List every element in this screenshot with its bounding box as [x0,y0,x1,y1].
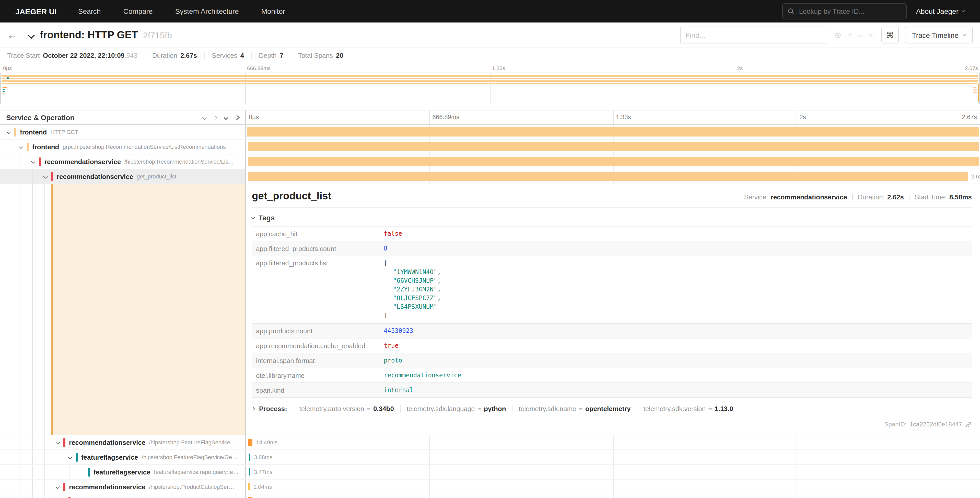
span-row-timeline[interactable]: 14.49ms [246,435,980,449]
span-row-label[interactable]: featureflagservice featureflagservice.re… [0,465,246,479]
span-bar[interactable] [248,157,979,166]
nav-item-system-architecture[interactable]: System Architecture [164,7,250,15]
span-row-timeline[interactable]: 3.47ms [246,465,980,479]
brand-link[interactable]: JAEGER UI [0,7,67,16]
trace-collapse-chevron[interactable] [29,32,34,38]
expand-one-icon[interactable] [213,116,216,119]
span-operation-name: /hipstershop.FeatureFlagService… [149,439,236,445]
minimap-span-mark [6,77,9,79]
span-children-toggle[interactable] [54,485,61,488]
span-row-label[interactable]: frontend grpc.hipstershop.Recommendation… [0,140,246,154]
trace-title: frontend: HTTP GET 2f715fb [40,29,172,41]
nav-item-monitor[interactable]: Monitor [250,7,296,15]
span-children-toggle[interactable] [42,175,49,178]
detail-start-time: Start Time:8.58ms [915,193,972,201]
total-spans-stat: Total Spans 20 [291,51,350,59]
tag-key: app.filtered_products.count [252,242,380,255]
span-row-selected: recommendationservice get_product_list 2… [0,169,980,184]
span-row-timeline[interactable]: 1.04ms [246,480,980,494]
about-jaeger-menu[interactable]: About Jaeger [916,7,965,15]
timeline-tick: 2.67s [962,113,977,121]
minimap-span-mark [2,80,978,82]
span-row-timeline[interactable] [246,125,980,139]
span-operation-name: /hipstershop.RecommendationService/Lis… [124,158,234,164]
span-row-label[interactable]: recommendationservice get_product_list [0,169,246,184]
depth-stat: Depth 7 [251,51,291,59]
nav-item-compare[interactable]: Compare [112,7,164,15]
detail-service: Service:recommendationservice [744,193,847,201]
minimap-canvas[interactable] [0,73,980,104]
service-color-strip [64,482,65,491]
trace-summary-bar: Trace Start October 22 2022, 22:10:09.54… [0,48,980,62]
span-bar[interactable] [247,127,979,137]
span-row-timeline[interactable]: 3.68ms [246,450,980,464]
span-bar[interactable] [248,439,252,446]
trace-lookup [782,3,907,19]
span-bar[interactable] [249,453,250,461]
tag-key: span.kind [252,383,380,397]
trace-view-selector[interactable]: Trace Timeline [905,27,973,43]
span-service-name: recommendationservice [69,439,145,446]
tag-value: 8 [380,242,391,255]
span-row-label[interactable]: recommendationservice /hipstershop.Recom… [0,155,246,169]
tag-value: recommendationservice [380,369,465,382]
span-operation-name: featureflagservice.repo.query:fe… [154,469,239,475]
span-bar[interactable] [248,172,968,181]
span-row-timeline[interactable] [246,155,980,169]
selected-span-highlight[interactable] [53,184,245,434]
collapse-one-icon[interactable] [203,116,206,119]
span-children-toggle[interactable] [18,145,24,148]
prev-result-icon[interactable] [848,34,851,37]
span-service-name: recommendationservice [57,172,133,180]
next-result-icon[interactable] [859,34,862,37]
span-row-timeline[interactable]: 2.62s [246,169,980,184]
span-children-toggle[interactable] [5,130,12,134]
focus-result-icon[interactable] [834,32,841,38]
span-duration-label: 3.68ms [254,454,272,460]
span-bar[interactable] [248,483,250,490]
trace-lookup-input[interactable] [782,3,907,19]
span-children-toggle[interactable] [54,441,61,444]
span-row-label[interactable]: recommendationservice /hipstershop.Produ… [0,480,246,494]
span-row: frontend grpc.hipstershop.Recommendation… [0,140,980,155]
span-bar[interactable] [248,142,979,152]
span-detail-meta: Service:recommendationservice Duration:2… [744,193,972,201]
minimap-span-mark [3,89,5,90]
tags-table: app.cache_hit false app.filtered_product… [252,226,972,398]
span-row-label[interactable]: recommendationservice /hipstershop.Featu… [0,435,246,449]
deep-link-icon[interactable] [965,421,972,428]
process-tag: telemetry.sdk.language=python [400,405,512,413]
minimap-span-mark [2,75,978,77]
column-separator [613,110,613,124]
service-color-strip [88,468,90,476]
span-children-toggle[interactable] [67,456,73,459]
keyboard-shortcuts-button[interactable]: ⌘ [881,27,899,43]
tag-key: app.recommendation.cache_enabled [252,339,380,353]
nav-item-search[interactable]: Search [67,7,112,15]
span-operation-name: grpc.hipstershop.RecommendationService/L… [63,144,226,150]
span-bar[interactable] [249,468,250,476]
expand-all-icon[interactable] [235,116,239,119]
span-row-timeline[interactable] [246,140,980,154]
trace-start-label: Trace Start [7,51,40,59]
process-toggle[interactable] [252,407,255,410]
collapse-all-icon[interactable] [224,115,228,120]
tag-value-list: [ 1YMWWN1N4O, 66VCHSJNUP, 2ZYFJ3GM2N, OL… [380,256,445,323]
span-children-toggle[interactable] [30,160,37,163]
span-service-name: frontend [32,143,59,150]
minimap-range-handle[interactable] [978,85,979,102]
span-row-label[interactable]: featureflagservice /hipstershop.FeatureF… [0,450,246,464]
back-button[interactable]: ← [7,29,21,41]
tags-section-toggle[interactable]: Tags [252,214,972,222]
timeline-tick: 0μs [249,113,259,121]
clear-find-icon[interactable]: × [869,31,873,39]
span-row: recommendationservice /hipstershop.Produ… [0,480,980,495]
trace-view-label: Trace Timeline [912,31,959,39]
find-input[interactable] [680,27,827,43]
span-row-timeline [246,495,980,498]
trace-id: 2f715fb [143,31,172,41]
span-row-label[interactable]: frontend HTTP GET [0,125,246,139]
trace-minimap: 0μs 666.89ms 1.33s 2s 2.67s [0,62,980,104]
span-detail-block: get_product_list Service:recommendations… [0,184,980,435]
minimap-ticks: 0μs 666.89ms 1.33s 2s 2.67s [0,64,980,73]
